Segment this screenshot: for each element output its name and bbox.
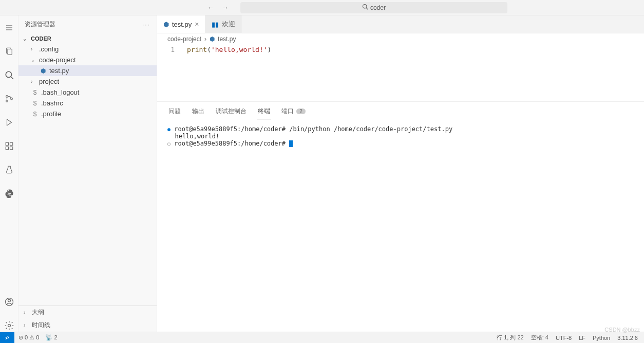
statusbar: ⊘ 0 ⚠ 0 📡 2 行 1, 列 22 空格: 4 UTF-8 LF Pyt… xyxy=(0,332,644,343)
tree-item-label: .bashrc xyxy=(41,99,63,107)
extensions-icon[interactable] xyxy=(3,140,15,152)
accounts-icon[interactable] xyxy=(3,296,15,308)
sidebar-footer: ›大纲 ›时间线 xyxy=(18,305,157,332)
tree-item-label: .profile xyxy=(41,110,61,118)
panel-tab-debug[interactable]: 调试控制台 xyxy=(215,105,248,119)
sidebar: 资源管理器 ··· ⌄ CODER ›.config⌄code-project⬢… xyxy=(18,15,157,332)
activity-bar xyxy=(0,15,18,332)
svg-point-19 xyxy=(8,324,10,327)
cursor-position[interactable]: 行 1, 列 22 xyxy=(497,334,524,341)
source-control-icon[interactable] xyxy=(3,93,15,105)
nav-back-button[interactable]: ← xyxy=(205,3,216,13)
chevron-icon: ⌄ xyxy=(31,57,37,63)
tree-item-label: test.py xyxy=(49,67,69,75)
shell-file-icon: $ xyxy=(31,111,39,118)
chevron-icon: › xyxy=(31,46,37,52)
tree-root[interactable]: ⌄ CODER xyxy=(18,33,157,44)
svg-rect-6 xyxy=(8,49,12,55)
run-debug-icon[interactable] xyxy=(3,116,15,129)
tree-item-test-py[interactable]: ⬢test.py xyxy=(18,65,157,76)
timeline-label: 时间线 xyxy=(32,321,50,330)
nav-forward-button[interactable]: → xyxy=(220,3,230,13)
panel-tab-output[interactable]: 输出 xyxy=(191,105,205,119)
bullet-icon: ○ xyxy=(167,141,171,147)
terminal-line: ○ root@e5a99e5889f5:/home/coder# xyxy=(167,140,634,147)
root-label: CODER xyxy=(31,35,51,42)
tree-item--config[interactable]: ›.config xyxy=(18,44,157,55)
python-version[interactable]: 3.11.2 6 xyxy=(617,335,638,341)
tree-item--bash_logout[interactable]: $.bash_logout xyxy=(18,87,157,98)
terminal-line: hello,world! xyxy=(167,133,634,140)
timeline-section[interactable]: ›时间线 xyxy=(18,319,157,332)
titlebar: ← → coder xyxy=(0,0,644,15)
tab-bar: ⬢ test.py × ▮▮ 欢迎 xyxy=(157,15,644,33)
sidebar-more-icon[interactable]: ··· xyxy=(142,21,150,28)
chevron-down-icon: ⌄ xyxy=(23,36,29,42)
code-line[interactable]: print('hello,world!') xyxy=(183,46,271,101)
eol[interactable]: LF xyxy=(579,335,585,341)
python-file-icon: ⬢ xyxy=(163,21,169,28)
testing-icon[interactable] xyxy=(3,164,15,176)
welcome-icon: ▮▮ xyxy=(212,21,219,28)
svg-rect-16 xyxy=(10,147,12,150)
errors-warnings[interactable]: ⊘ 0 ⚠ 0 xyxy=(18,334,39,341)
terminal-cursor xyxy=(289,140,293,147)
language-mode[interactable]: Python xyxy=(593,335,610,341)
panel-tab-problems[interactable]: 问题 xyxy=(167,105,182,119)
tab-label: test.py xyxy=(172,21,192,28)
watermark: CSDN @bbzz xyxy=(604,327,640,333)
encoding[interactable]: UTF-8 xyxy=(556,335,572,341)
line-number: 1 xyxy=(157,46,183,101)
code-editor[interactable]: 1 print('hello,world!') xyxy=(157,45,644,101)
terminal[interactable]: ● root@e5a99e5889f5:/home/coder# /bin/py… xyxy=(157,119,644,332)
editor-area: ⬢ test.py × ▮▮ 欢迎 code-project › ⬢ test.… xyxy=(157,15,644,332)
panel-tabs: 问题 输出 调试控制台 终端 端口 2 xyxy=(157,102,644,119)
chevron-right-icon: › xyxy=(24,310,30,315)
search-icon xyxy=(362,4,368,11)
menu-icon[interactable] xyxy=(3,22,15,34)
shell-file-icon: $ xyxy=(31,89,39,96)
file-tree: ⌄ CODER ›.config⌄code-project⬢test.py›pr… xyxy=(18,33,157,305)
tree-item-code-project[interactable]: ⌄code-project xyxy=(18,55,157,65)
remote-button[interactable] xyxy=(0,332,14,344)
tab-welcome[interactable]: ▮▮ 欢迎 xyxy=(205,15,242,33)
tab-label: 欢迎 xyxy=(222,20,235,29)
explorer-icon[interactable] xyxy=(3,45,15,58)
search-text: coder xyxy=(370,4,386,11)
breadcrumb-item[interactable]: code-project xyxy=(167,35,201,43)
svg-point-11 xyxy=(10,98,12,100)
outline-section[interactable]: ›大纲 xyxy=(18,306,157,319)
tree-item-label: .bash_logout xyxy=(41,88,79,96)
breadcrumb-item[interactable]: test.py xyxy=(218,35,236,43)
indentation[interactable]: 空格: 4 xyxy=(531,334,548,341)
svg-point-0 xyxy=(363,5,367,9)
tab-test-py[interactable]: ⬢ test.py × xyxy=(157,15,205,33)
tree-item-label: project xyxy=(39,78,59,85)
python-env-icon[interactable] xyxy=(3,187,15,200)
panel-tab-ports[interactable]: 端口 2 xyxy=(280,105,307,119)
svg-rect-14 xyxy=(10,142,12,145)
tree-item--bashrc[interactable]: $.bashrc xyxy=(18,98,157,109)
settings-gear-icon[interactable] xyxy=(3,319,15,332)
command-center[interactable]: coder xyxy=(240,2,507,13)
panel: 问题 输出 调试控制台 终端 端口 2 ● root@e5a99e5889f5:… xyxy=(157,101,644,332)
svg-rect-13 xyxy=(6,142,8,145)
shell-file-icon: $ xyxy=(31,100,39,107)
svg-point-9 xyxy=(6,96,8,98)
tree-item-label: code-project xyxy=(39,56,76,64)
svg-point-18 xyxy=(8,299,10,302)
ports-badge: 2 xyxy=(296,109,306,114)
tree-item--profile[interactable]: $.profile xyxy=(18,109,157,119)
breadcrumb[interactable]: code-project › ⬢ test.py xyxy=(157,33,644,45)
svg-rect-15 xyxy=(6,147,8,150)
bullet-icon: ● xyxy=(167,127,171,132)
tree-item-project[interactable]: ›project xyxy=(18,76,157,87)
svg-marker-12 xyxy=(7,119,11,125)
close-tab-icon[interactable]: × xyxy=(195,20,199,28)
chevron-icon: › xyxy=(31,79,37,84)
python-file-icon: ⬢ xyxy=(210,35,215,43)
ports-status[interactable]: 📡 2 xyxy=(45,334,57,341)
panel-tab-terminal[interactable]: 终端 xyxy=(257,105,271,119)
search-activity-icon[interactable] xyxy=(3,69,15,81)
outline-label: 大纲 xyxy=(32,308,44,317)
